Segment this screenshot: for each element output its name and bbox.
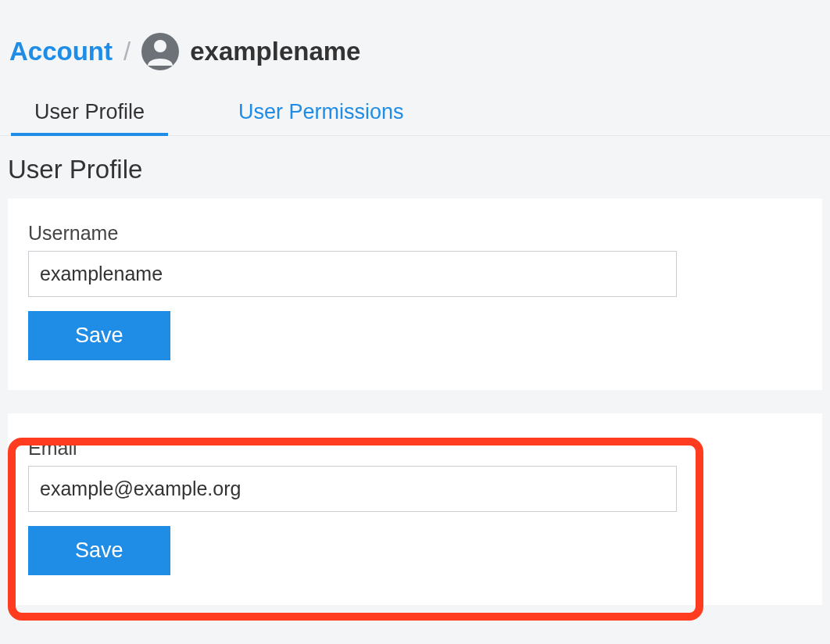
breadcrumb-separator: /	[123, 37, 131, 66]
tab-user-profile[interactable]: User Profile	[11, 92, 168, 135]
username-label: Username	[28, 222, 802, 245]
svg-point-1	[154, 40, 166, 52]
username-card: Username Save	[8, 199, 822, 390]
username-input[interactable]	[28, 251, 677, 297]
email-label: Email	[28, 437, 802, 460]
tab-user-permissions[interactable]: User Permissions	[215, 92, 428, 135]
save-email-button[interactable]: Save	[28, 526, 170, 575]
tabs: User Profile User Permissions	[0, 78, 830, 136]
breadcrumb-username: examplename	[190, 37, 360, 66]
page-title: User Profile	[0, 136, 830, 199]
email-input[interactable]	[28, 466, 677, 512]
save-username-button[interactable]: Save	[28, 311, 170, 360]
breadcrumb-account-link[interactable]: Account	[9, 37, 113, 66]
user-avatar-icon	[141, 33, 179, 70]
email-card: Email Save	[8, 413, 822, 605]
breadcrumb: Account / examplename	[0, 0, 830, 78]
